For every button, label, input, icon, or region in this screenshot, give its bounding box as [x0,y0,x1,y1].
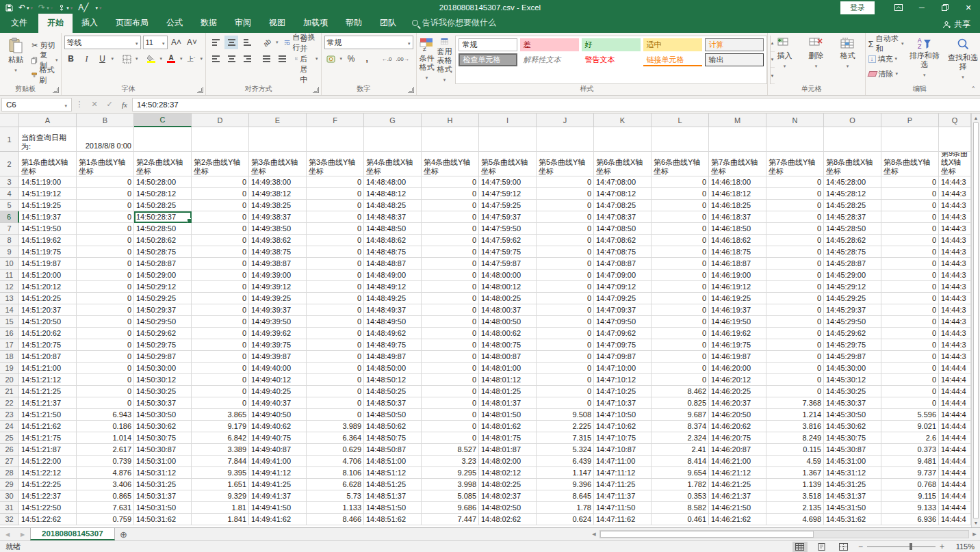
cell-K4[interactable]: 14:47:08:12 [594,188,652,200]
number-format-select[interactable]: 常规 [324,36,413,49]
cell-B15[interactable]: 0 [77,316,134,328]
scroll-up-icon[interactable]: ▲ [972,114,980,122]
cell-E14[interactable]: 14:49:39:37 [249,304,307,316]
cell-H28[interactable]: 9.295 [422,467,479,479]
cell-O4[interactable]: 14:45:28:12 [824,188,881,200]
cell-H2[interactable]: 第4条曲线Y轴坐标 [422,152,479,176]
orientation-icon[interactable]: ab [257,33,276,52]
cell-M15[interactable]: 14:46:19:50 [709,316,766,328]
cell-F17[interactable]: 0 [307,339,364,351]
cell-J17[interactable]: 0 [537,339,594,351]
cell-C32[interactable]: 14:50:31:62 [134,514,192,525]
cell-K8[interactable]: 14:47:08:62 [594,235,652,246]
cell-O32[interactable]: 14:45:31:62 [824,514,881,525]
cell-H32[interactable]: 7.447 [422,514,479,525]
cell-F10[interactable]: 0 [307,258,364,270]
zoom-out-icon[interactable]: − [858,542,863,551]
cell-H29[interactable]: 3.998 [422,479,479,490]
cell-C12[interactable]: 14:50:29:12 [134,281,192,293]
cell-K27[interactable]: 14:47:11:00 [594,456,652,467]
column-header-H[interactable]: H [422,114,479,127]
cell-O19[interactable]: 14:45:30:00 [824,363,881,374]
cell-O2[interactable]: 第8条曲线X轴坐标 [824,152,881,176]
align-top-icon[interactable] [209,36,222,49]
cell-L9[interactable]: 0 [652,246,709,258]
cell-C8[interactable]: 14:50:28:62 [134,235,192,246]
cell-Q15[interactable]: 14:44:3 [939,316,971,328]
cell-F25[interactable]: 6.364 [307,432,364,444]
cell-E4[interactable]: 14:49:38:12 [249,188,307,200]
cell-H9[interactable]: 0 [422,246,479,258]
cell-E19[interactable]: 14:49:40:00 [249,363,307,374]
cell-G29[interactable]: 14:48:51:25 [364,479,422,490]
cell-P19[interactable]: 0 [881,363,939,374]
cell-D16[interactable]: 0 [192,328,249,339]
row-header-17[interactable]: 17 [0,339,19,351]
cell-L1[interactable] [652,127,709,152]
cell-G8[interactable]: 14:48:48:62 [364,235,422,246]
cell-M4[interactable]: 14:46:18:12 [709,188,766,200]
cell-B22[interactable]: 0 [77,397,134,409]
grow-font-icon[interactable]: A˄ [170,36,183,49]
cell-E27[interactable]: 14:49:41:00 [249,456,307,467]
underline-icon[interactable]: U [96,52,109,66]
cell-J21[interactable]: 0 [537,386,594,397]
cell-Q29[interactable]: 14:44:4 [939,479,971,490]
cell-D10[interactable]: 0 [192,258,249,270]
cell-L16[interactable]: 0 [652,328,709,339]
cell-D24[interactable]: 9.179 [192,421,249,432]
cell-O3[interactable]: 14:45:28:00 [824,176,881,188]
cell-Q7[interactable]: 14:44:3 [939,223,971,235]
row-header-21[interactable]: 21 [0,386,19,397]
cell-Q14[interactable]: 14:44:3 [939,304,971,316]
cell-style-warn[interactable]: 警告文本 [582,53,641,66]
cell-style-good[interactable]: 好 [582,38,641,51]
cell-N16[interactable]: 0 [766,328,824,339]
increase-indent-icon[interactable] [276,52,289,66]
cell-I15[interactable]: 14:48:00:50 [479,316,537,328]
cell-K21[interactable]: 14:47:10:25 [594,386,652,397]
cell-O13[interactable]: 14:45:29:25 [824,293,881,304]
cell-G28[interactable]: 14:48:51:12 [364,467,422,479]
cell-E28[interactable]: 14:49:41:12 [249,467,307,479]
column-header-M[interactable]: M [709,114,766,127]
cell-P26[interactable]: 0.373 [881,444,939,456]
cell-N10[interactable]: 0 [766,258,824,270]
cell-E17[interactable]: 14:49:39:75 [249,339,307,351]
cell-L6[interactable]: 0 [652,211,709,223]
cell-G22[interactable]: 14:48:50:37 [364,397,422,409]
cell-E16[interactable]: 14:49:39:62 [249,328,307,339]
cell-G25[interactable]: 14:48:50:75 [364,432,422,444]
cell-O18[interactable]: 14:45:29:87 [824,351,881,363]
row-header-3[interactable]: 3 [0,176,19,188]
cell-P11[interactable]: 0 [881,270,939,281]
find-select-button[interactable]: 查找和选择▾ [945,36,980,84]
cell-D20[interactable]: 0 [192,374,249,386]
font-name-select[interactable]: 等线 [64,36,141,49]
cell-P17[interactable]: 0 [881,339,939,351]
cell-P14[interactable]: 0 [881,304,939,316]
cell-E6[interactable]: 14:49:38:37 [249,211,307,223]
cell-I6[interactable]: 14:47:59:37 [479,211,537,223]
cell-C30[interactable]: 14:50:31:37 [134,490,192,502]
align-middle-icon[interactable] [224,36,238,49]
close-button[interactable]: ✕ [957,0,980,15]
cell-N25[interactable]: 8.249 [766,432,824,444]
cell-J15[interactable]: 0 [537,316,594,328]
cell-D26[interactable]: 3.389 [192,444,249,456]
redo-icon[interactable]: ↷▾ [38,3,53,12]
cell-C16[interactable]: 14:50:29:62 [134,328,192,339]
cell-M3[interactable]: 14:46:18:00 [709,176,766,188]
cell-C4[interactable]: 14:50:28:12 [134,188,192,200]
cell-A27[interactable]: 14:51:22:00 [19,456,77,467]
cell-G19[interactable]: 14:48:50:00 [364,363,422,374]
cell-M21[interactable]: 14:46:20:25 [709,386,766,397]
cell-H10[interactable]: 0 [422,258,479,270]
cell-C10[interactable]: 14:50:28:87 [134,258,192,270]
cell-N18[interactable]: 0 [766,351,824,363]
cell-A1[interactable]: 当前查询日期为: [19,127,77,152]
cell-I27[interactable]: 14:48:02:00 [479,456,537,467]
cell-J10[interactable]: 0 [537,258,594,270]
cell-L8[interactable]: 0 [652,235,709,246]
cell-A16[interactable]: 14:51:20:62 [19,328,77,339]
